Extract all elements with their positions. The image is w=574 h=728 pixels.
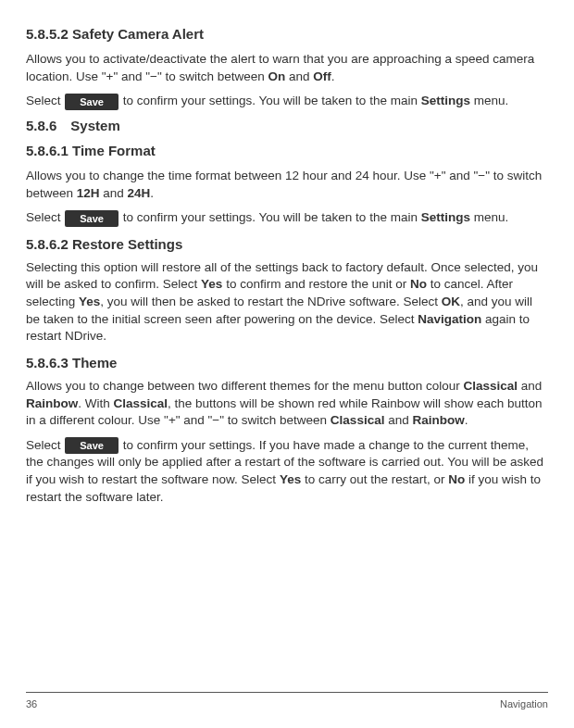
heading-5-8-6-1: 5.8.6.1 Time Format: [26, 143, 548, 158]
heading-5-8-6-3: 5.8.6.3 Theme: [26, 355, 548, 370]
para-theme-2: Select Save to confirm your settings. If…: [26, 437, 548, 507]
heading-5-8-6-2: 5.8.6.2 Restore Settings: [26, 236, 548, 252]
text: Allows you to change between two differe…: [26, 379, 464, 393]
para-theme-1: Allows you to change between two differe…: [26, 378, 548, 430]
bold-classical: Classical: [331, 413, 385, 427]
heading-5-8-5-2: 5.8.5.2 Safety Camera Alert: [26, 26, 548, 42]
save-button: Save: [65, 437, 119, 454]
bold-yes: Yes: [280, 472, 301, 486]
text: to confirm your settings. You will be ta…: [119, 210, 421, 224]
bold-settings: Settings: [421, 94, 470, 107]
bold-rainbow: Rainbow: [412, 413, 464, 427]
page-footer: 36 Navigation: [26, 692, 548, 709]
page-number: 36: [26, 698, 37, 709]
text: .: [331, 69, 335, 83]
text: and: [518, 379, 542, 393]
bold-classical: Classical: [464, 379, 518, 393]
text: and: [285, 69, 313, 83]
para-restore: Selecting this option will restore all o…: [26, 259, 548, 345]
text: menu.: [470, 94, 508, 107]
text: to confirm and restore the unit or: [222, 277, 410, 291]
bold-yes: Yes: [201, 277, 222, 291]
para-safety-camera-1: Allows you to activate/deactivate the al…: [26, 51, 548, 85]
text: .: [150, 186, 154, 200]
text: menu.: [470, 210, 508, 224]
text: to confirm your settings. You will be ta…: [119, 94, 421, 107]
save-button: Save: [65, 210, 119, 227]
text: Select: [26, 94, 64, 107]
para-time-format-2: Select Save to confirm your settings. Yo…: [26, 209, 548, 227]
bold-rainbow: Rainbow: [26, 396, 78, 410]
bold-off: Off: [313, 69, 331, 83]
text: , you will then be asked to restart the …: [100, 295, 441, 308]
bold-no: No: [410, 277, 427, 291]
para-time-format-1: Allows you to change the time format bet…: [26, 168, 548, 202]
text: and: [100, 186, 128, 200]
heading-5-8-6: 5.8.6 System: [26, 118, 548, 133]
bold-yes: Yes: [79, 295, 100, 308]
text: and: [384, 413, 412, 427]
bold-classical: Classical: [114, 396, 168, 410]
bold-12h: 12H: [77, 186, 100, 200]
text: . With: [78, 396, 113, 410]
footer-section: Navigation: [500, 698, 548, 709]
bold-navigation: Navigation: [418, 312, 481, 326]
bold-no: No: [448, 472, 465, 486]
bold-on: On: [268, 69, 286, 83]
para-safety-camera-2: Select Save to confirm your settings. Yo…: [26, 93, 548, 110]
save-button: Save: [65, 94, 119, 110]
text: Select: [26, 210, 64, 224]
text: .: [465, 413, 468, 427]
bold-24h: 24H: [128, 186, 151, 200]
text: Select: [26, 438, 64, 452]
bold-ok: OK: [442, 295, 460, 308]
bold-settings: Settings: [421, 210, 470, 224]
text: to carry out the restart, or: [301, 472, 448, 486]
